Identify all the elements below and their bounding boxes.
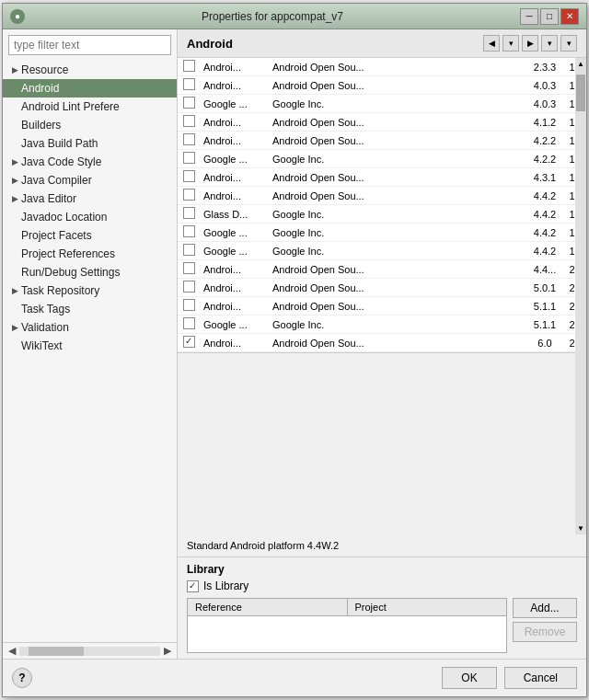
sdk-row-checkbox[interactable] (183, 299, 195, 311)
nav-item-java-editor[interactable]: ▶Java Editor (3, 189, 177, 208)
nav-item-builders[interactable]: Builders (3, 116, 177, 134)
nav-item-java-compiler[interactable]: ▶Java Compiler (3, 171, 177, 189)
sdk-version: 4.3.1 (526, 168, 563, 187)
expand-arrow-icon: ▶ (12, 176, 18, 185)
ref-header-reference: Reference (188, 599, 348, 615)
nav-item-task-tags[interactable]: Task Tags (3, 300, 177, 318)
close-button[interactable]: ✕ (560, 8, 579, 25)
sdk-version: 4.0.3 (526, 76, 563, 95)
table-row[interactable]: Androi...Android Open Sou...4.3.118 (178, 168, 586, 187)
nav-item-android[interactable]: Android (3, 79, 177, 98)
sdk-version: 5.0.1 (526, 279, 563, 297)
table-row[interactable]: Google ...Google Inc.5.1.122 (178, 316, 586, 334)
nav-item-project-references[interactable]: Project References (3, 245, 177, 263)
table-row[interactable]: Google ...Google Inc.4.0.315 (178, 95, 586, 113)
table-row[interactable]: Androi...Android Open Sou...5.0.121 (178, 279, 586, 297)
table-row[interactable]: Androi...Android Open Sou...6.023 (178, 334, 586, 352)
ref-table-header: Reference Project (188, 599, 506, 616)
back-dropdown-button[interactable]: ▾ (502, 35, 519, 52)
table-row[interactable]: Androi...Android Open Sou...4.4...20 (178, 260, 586, 279)
sdk-row-checkbox[interactable] (183, 244, 195, 256)
table-row[interactable]: Androi...Android Open Sou...4.1.216 (178, 113, 586, 132)
sdk-version: 6.0 (526, 334, 563, 352)
table-scrollbar[interactable]: ▲ ▼ (575, 58, 586, 534)
table-row[interactable]: Google ...Google Inc.4.2.217 (178, 150, 586, 168)
filter-input[interactable] (8, 35, 171, 55)
sdk-version: 5.1.1 (526, 316, 563, 334)
cancel-button[interactable]: Cancel (504, 667, 577, 689)
sdk-row-checkbox[interactable] (183, 336, 195, 348)
nav-item-resource[interactable]: ▶Resource (3, 61, 177, 79)
nav-item-java-build-path[interactable]: Java Build Path (3, 134, 177, 153)
sdk-row-checkbox[interactable] (183, 207, 195, 219)
sdk-vendor: Android Open Sou... (269, 334, 526, 352)
sdk-row-checkbox[interactable] (183, 115, 195, 127)
sdk-name: Google ... (200, 150, 269, 168)
sdk-row-checkbox[interactable] (183, 60, 195, 72)
minimize-button[interactable]: ─ (520, 8, 538, 25)
maximize-button[interactable]: □ (540, 8, 559, 25)
sdk-row-checkbox[interactable] (183, 97, 195, 109)
ok-button[interactable]: OK (442, 667, 496, 689)
remove-button[interactable]: Remove (513, 622, 577, 642)
sdk-name: Androi... (200, 132, 269, 150)
scroll-down-arrow[interactable]: ▼ (577, 522, 584, 534)
nav-item-run/debug-settings[interactable]: Run/Debug Settings (3, 263, 177, 281)
nav-item-validation[interactable]: ▶Validation (3, 318, 177, 337)
scroll-thumb (576, 75, 585, 111)
sdk-name: Androi... (200, 168, 269, 187)
header-buttons: ◀ ▾ ▶ ▾ ▾ (483, 35, 577, 52)
sdk-row-checkbox[interactable] (183, 189, 195, 201)
nav-item-project-facets[interactable]: Project Facets (3, 226, 177, 245)
table-row[interactable]: Google ...Google Inc.4.4.219 (178, 242, 586, 260)
table-row[interactable]: Androi...Android Open Sou...4.0.315 (178, 76, 586, 95)
sdk-name: Androi... (200, 76, 269, 95)
sdk-row-checkbox[interactable] (183, 262, 195, 274)
is-library-checkbox[interactable] (187, 580, 199, 592)
nav-item-wikitext[interactable]: WikiText (3, 337, 177, 355)
menu-dropdown-button[interactable]: ▾ (560, 35, 577, 52)
table-row[interactable]: Androi...Android Open Sou...4.2.217 (178, 132, 586, 150)
table-row[interactable]: Androi...Android Open Sou...5.1.122 (178, 297, 586, 316)
nav-item-javadoc-location[interactable]: Javadoc Location (3, 208, 177, 226)
nav-item-task-repository[interactable]: ▶Task Repository (3, 281, 177, 300)
sdk-version: 4.0.3 (526, 95, 563, 113)
sdk-vendor: Android Open Sou... (269, 58, 526, 76)
forward-dropdown-button[interactable]: ▾ (541, 35, 558, 52)
sdk-vendor: Android Open Sou... (269, 132, 526, 150)
sdk-name: Androi... (200, 279, 269, 297)
sdk-row-checkbox[interactable] (183, 225, 195, 237)
scroll-up-arrow[interactable]: ▲ (577, 58, 584, 70)
sdk-version: 4.4... (526, 260, 563, 279)
nav-item-label: Task Repository (21, 284, 99, 297)
scroll-track (575, 70, 586, 522)
back-button[interactable]: ◀ (483, 35, 500, 52)
sdk-row-checkbox[interactable] (183, 78, 195, 90)
sdk-row-checkbox[interactable] (183, 317, 195, 329)
scroll-right-btn[interactable]: ▶ (164, 645, 171, 657)
sdk-name: Google ... (200, 242, 269, 260)
sdk-vendor: Android Open Sou... (269, 168, 526, 187)
sdk-row-checkbox[interactable] (183, 170, 195, 182)
nav-item-android-lint-prefere[interactable]: Android Lint Prefere (3, 98, 177, 116)
table-row[interactable]: Glass D...Google Inc.4.4.219 (178, 205, 586, 224)
sdk-vendor: Android Open Sou... (269, 113, 526, 132)
bottom-bar: ? OK Cancel (3, 659, 586, 696)
sdk-vendor: Android Open Sou... (269, 187, 526, 205)
sdk-version: 4.2.2 (526, 150, 563, 168)
sdk-row-checkbox[interactable] (183, 281, 195, 293)
library-section: Library Is Library Reference Project Add… (178, 557, 586, 659)
forward-button[interactable]: ▶ (522, 35, 538, 52)
table-row[interactable]: Androi...Android Open Sou...4.4.219 (178, 187, 586, 205)
nav-item-label: Java Build Path (21, 137, 98, 150)
table-row[interactable]: Google ...Google Inc.4.4.219 (178, 224, 586, 242)
nav-item-java-code-style[interactable]: ▶Java Code Style (3, 153, 177, 171)
scroll-left-btn[interactable]: ◀ (8, 645, 16, 657)
sdk-row-checkbox[interactable] (183, 152, 195, 164)
sdk-row-checkbox[interactable] (183, 133, 195, 145)
add-button[interactable]: Add... (513, 598, 577, 618)
right-header: Android ◀ ▾ ▶ ▾ ▾ (178, 29, 586, 58)
help-button[interactable]: ? (12, 668, 32, 688)
table-row[interactable]: Androi...Android Open Sou...2.3.310 (178, 58, 586, 76)
sdk-vendor: Google Inc. (269, 150, 526, 168)
